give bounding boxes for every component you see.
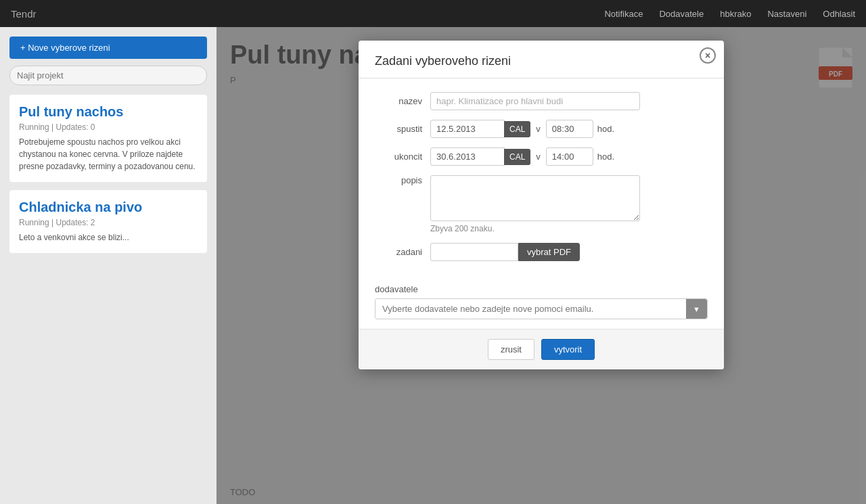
nav-odhlasit[interactable]: Odhlasit (823, 9, 855, 19)
modal-footer: zrusit vytvorit (359, 329, 724, 369)
nav-dodavatele[interactable]: Dodavatele (659, 9, 704, 19)
popis-row: popis (375, 175, 708, 221)
vytvorit-button[interactable]: vytvorit (541, 339, 595, 360)
modal: × Zadani vyberoveho rizeni nazev spustit (359, 41, 724, 369)
ukoncit-hod-label: hod. (597, 152, 614, 162)
modal-close-button[interactable]: × (700, 47, 716, 64)
zbyva-text: Zbyva 200 znaku. (430, 224, 708, 233)
spustit-label: spustit (375, 124, 422, 134)
project-desc-1: Potrebujeme spoustu nachos pro velkou ak… (19, 136, 198, 173)
spustit-time-input[interactable] (546, 120, 593, 138)
ukoncit-cal-button[interactable]: CAL (504, 149, 530, 165)
main-layout: + Nove vyberove rizeni Pul tuny nachos R… (0, 27, 866, 504)
nav-links: Notifikace Dodavatele hbkrako Nastaveni … (604, 9, 855, 19)
new-project-button[interactable]: + Nove vyberove rizeni (9, 37, 207, 59)
dodavatele-input[interactable] (375, 299, 686, 319)
nav-nastaveni[interactable]: Nastaveni (767, 9, 806, 19)
content-area: Pul tuny nachos P presne pozadavky, PDF (216, 27, 866, 504)
nazev-label: nazev (375, 96, 422, 106)
modal-header: Zadani vyberoveho rizeni (359, 41, 724, 78)
topnav: Tendr Notifikace Dodavatele hbkrako Nast… (0, 0, 866, 27)
zadani-file-input[interactable] (430, 243, 518, 261)
vybrat-pdf-button[interactable]: vybrat PDF (518, 243, 580, 261)
ukoncit-label: ukoncit (375, 152, 422, 162)
ukoncit-date-input[interactable] (430, 147, 505, 166)
zadani-row: zadani vybrat PDF (375, 243, 708, 261)
nazev-input[interactable] (430, 92, 640, 110)
brand: Tendr (11, 8, 37, 20)
dodavatele-input-group: ▼ (375, 298, 708, 319)
modal-body: nazev spustit CAL v hod. (359, 78, 724, 284)
spustit-date-group: CAL v hod. (430, 120, 614, 138)
modal-overlay: × Zadani vyberoveho rizeni nazev spustit (216, 27, 866, 504)
spustit-row: spustit CAL v hod. (375, 120, 708, 138)
dodavatele-dropdown-button[interactable]: ▼ (686, 299, 707, 319)
spustit-date-input[interactable] (430, 120, 505, 138)
nav-notifikace[interactable]: Notifikace (604, 9, 643, 19)
project-meta-2: Running | Updates: 2 (19, 218, 198, 227)
popis-textarea[interactable] (430, 175, 640, 221)
ukoncit-row: ukoncit CAL v hod. (375, 147, 708, 166)
spustit-hod-label: hod. (597, 124, 614, 134)
dodavatele-section: dodavatele ▼ (359, 284, 724, 329)
nazev-row: nazev (375, 92, 708, 110)
sidebar: + Nove vyberove rizeni Pul tuny nachos R… (0, 27, 216, 504)
spustit-v-label: v (536, 124, 541, 134)
ukoncit-date-group: CAL v hod. (430, 147, 614, 166)
project-card-2: Chladnicka na pivo Running | Updates: 2 … (9, 190, 207, 253)
ukoncit-v-label: v (536, 152, 541, 162)
zadani-label: zadani (375, 247, 422, 257)
project-title-1[interactable]: Pul tuny nachos (19, 104, 198, 120)
search-input[interactable] (9, 66, 207, 85)
project-title-2[interactable]: Chladnicka na pivo (19, 200, 198, 215)
spustit-cal-button[interactable]: CAL (504, 121, 530, 137)
modal-title: Zadani vyberoveho rizeni (375, 54, 708, 68)
project-meta-1: Running | Updates: 0 (19, 122, 198, 132)
nav-user[interactable]: hbkrako (720, 9, 751, 19)
project-desc-2: Leto a venkovni akce se blizi... (19, 231, 198, 244)
dodavatele-label: dodavatele (375, 284, 708, 294)
project-card-1: Pul tuny nachos Running | Updates: 0 Pot… (9, 95, 207, 182)
zrusit-button[interactable]: zrusit (488, 339, 534, 360)
ukoncit-time-input[interactable] (546, 147, 593, 166)
popis-label: popis (375, 175, 422, 185)
zadani-group: vybrat PDF (430, 243, 580, 261)
